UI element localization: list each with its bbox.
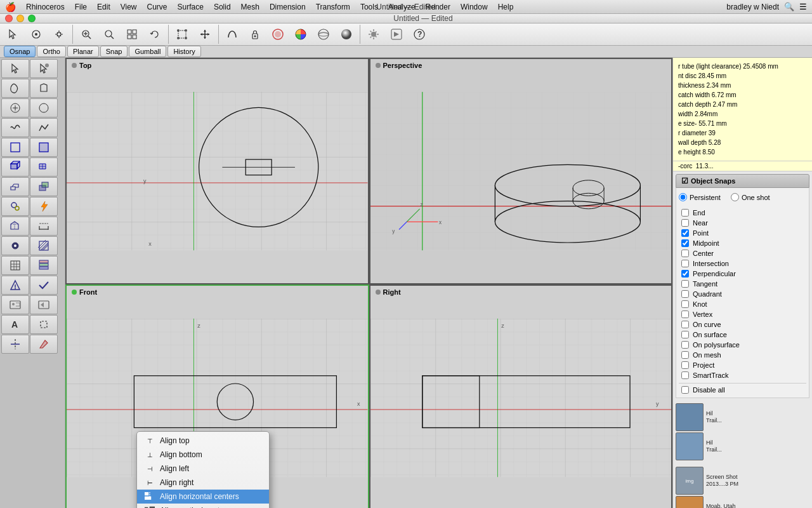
select-filter-btn[interactable]: [30, 59, 58, 78]
color-tool[interactable]: [290, 23, 311, 45]
snap-quadrant[interactable]: Quadrant: [679, 289, 806, 299]
erase-btn[interactable]: [30, 335, 58, 354]
grid-snap-btn[interactable]: [1, 256, 29, 275]
snap-center[interactable]: Center: [679, 248, 806, 258]
ctx-align-vertical-centers[interactable]: Align vertical centers: [137, 504, 269, 508]
render-btn[interactable]: [1, 295, 29, 314]
menu-mesh[interactable]: Mesh: [241, 3, 259, 11]
check-btn[interactable]: [30, 276, 58, 295]
nurbs-btn[interactable]: [30, 138, 58, 157]
select-tool[interactable]: [3, 23, 24, 45]
render-settings-tool[interactable]: [363, 23, 384, 45]
snap-midpoint[interactable]: Midpoint: [679, 238, 806, 248]
lightning-btn[interactable]: [30, 197, 58, 216]
menu-help[interactable]: Help: [498, 3, 514, 11]
material-tool[interactable]: [336, 23, 357, 45]
lasso-btn[interactable]: [1, 79, 29, 98]
search-icon[interactable]: 🔍: [784, 2, 794, 11]
analyze-btn[interactable]: [1, 276, 29, 295]
ctx-align-top[interactable]: ⊤ Align top: [137, 434, 269, 448]
transform-btn[interactable]: [1, 217, 29, 236]
menu-curve[interactable]: Curve: [147, 3, 167, 11]
freeform-btn[interactable]: [1, 118, 29, 137]
undo-view-tool[interactable]: [144, 23, 166, 45]
text-tool-btn[interactable]: A: [1, 315, 29, 334]
snap-on-polysurface[interactable]: On polysurface: [679, 340, 806, 350]
history-button[interactable]: History: [167, 46, 200, 57]
list-icon[interactable]: ☰: [799, 2, 807, 11]
thumb-item-2[interactable]: HilTrail...: [676, 432, 809, 460]
layer-btn[interactable]: [30, 256, 58, 275]
ctx-align-horizontal-centers[interactable]: Align horizontal centers: [137, 490, 269, 504]
menu-view[interactable]: View: [121, 3, 137, 11]
dot-btn[interactable]: [1, 236, 29, 255]
apple-menu[interactable]: 🍎: [5, 2, 16, 12]
curve-type-tool[interactable]: [221, 23, 243, 45]
snap-on-mesh[interactable]: On mesh: [679, 350, 806, 360]
osnap-button[interactable]: Osnap: [4, 46, 36, 57]
select-objects-btn[interactable]: [1, 59, 29, 78]
split-btn[interactable]: [1, 335, 29, 354]
surface-btn[interactable]: [1, 138, 29, 157]
snap-end[interactable]: End: [679, 208, 806, 218]
lock-tool[interactable]: [244, 23, 266, 45]
viewport-top[interactable]: x y Top: [65, 58, 369, 284]
snap-on-curve[interactable]: On curve: [679, 319, 806, 330]
select-by-color-btn[interactable]: [30, 79, 58, 98]
snap-intersection[interactable]: Intersection: [679, 258, 806, 269]
ctx-align-left[interactable]: ⊣ Align left: [137, 462, 269, 476]
point-btn[interactable]: [1, 98, 29, 117]
menu-rhinoceros[interactable]: Rhinoceros: [26, 3, 65, 11]
viewport-perspective[interactable]: x z y: [369, 58, 673, 284]
polyline-btn[interactable]: [30, 118, 58, 137]
curve-btn[interactable]: [30, 98, 58, 117]
cage-edit-tool[interactable]: [171, 23, 193, 45]
menu-dimension[interactable]: Dimension: [270, 3, 306, 11]
ortho-button[interactable]: Ortho: [37, 46, 66, 57]
menu-file[interactable]: File: [75, 3, 87, 11]
render2-btn[interactable]: [30, 295, 58, 314]
snap-knot[interactable]: Knot: [679, 299, 806, 309]
snap-smarttrack[interactable]: SmartTrack: [679, 370, 806, 380]
thumb-item-1[interactable]: HilTrail...: [676, 403, 809, 431]
boolean-btn[interactable]: [30, 177, 58, 196]
extrude-btn[interactable]: [1, 177, 29, 196]
sphere-tool[interactable]: [313, 23, 334, 45]
viewport-render-tool[interactable]: [386, 23, 407, 45]
snap-point[interactable]: Point: [679, 228, 806, 238]
ctx-align-right[interactable]: ⊢ Align right: [137, 476, 269, 490]
dim-btn[interactable]: [30, 217, 58, 236]
ctx-align-bottom[interactable]: ⊥ Align bottom: [137, 448, 269, 462]
point-select-tool[interactable]: [25, 23, 47, 45]
snap-near[interactable]: Near: [679, 218, 806, 228]
persistent-radio[interactable]: Persistent: [679, 193, 721, 201]
close-button[interactable]: [5, 15, 13, 22]
menu-surface[interactable]: Surface: [178, 3, 204, 11]
thumb-item-4[interactable]: html Moab, UtahOffici....html: [676, 496, 809, 508]
close-curve-btn[interactable]: [30, 315, 58, 334]
help-tool[interactable]: ?: [409, 23, 430, 45]
menu-tools[interactable]: Tools: [360, 3, 378, 11]
gumball-button[interactable]: Gumball: [129, 46, 166, 57]
menu-transform[interactable]: Transform: [316, 3, 350, 11]
menu-solid[interactable]: Solid: [214, 3, 231, 11]
snap-project[interactable]: Project: [679, 360, 806, 370]
snap-on-surface[interactable]: On surface: [679, 330, 806, 340]
viewport-right[interactable]: y z Right: [369, 284, 673, 508]
thumb-item-3[interactable]: img Screen Shot2013....3 PM: [676, 467, 809, 495]
zoom-extent-tool[interactable]: [75, 23, 97, 45]
solid-box-btn[interactable]: [1, 157, 29, 177]
minimize-button[interactable]: [16, 15, 24, 22]
render-preview-tool[interactable]: [267, 23, 289, 45]
maximize-button[interactable]: [28, 15, 36, 22]
snap-disable-all[interactable]: Disable all: [679, 383, 806, 395]
move-tool[interactable]: [194, 23, 216, 45]
snap-button[interactable]: Snap: [100, 46, 128, 57]
mesh-btn[interactable]: [30, 157, 58, 177]
snap-tangent[interactable]: Tangent: [679, 279, 806, 289]
gears-btn[interactable]: [1, 197, 29, 216]
snap-vertex[interactable]: Vertex: [679, 309, 806, 319]
planar-button[interactable]: Planar: [67, 46, 99, 57]
zoom-all-tool[interactable]: [121, 23, 143, 45]
menu-window[interactable]: Window: [461, 3, 488, 11]
